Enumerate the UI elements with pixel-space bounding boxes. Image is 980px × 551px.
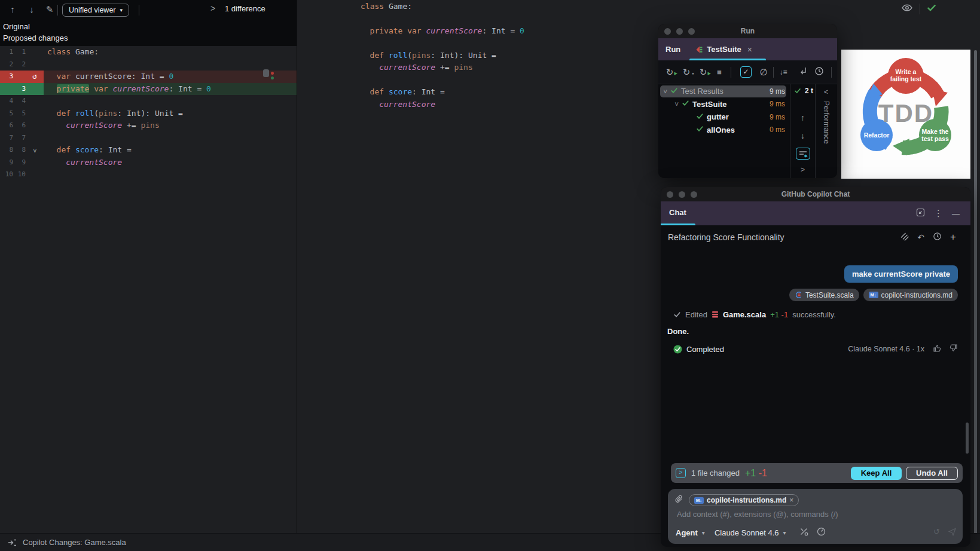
test-tree-row[interactable]: allOnes0 ms xyxy=(658,124,790,137)
tests-passed-summary: 2 t xyxy=(790,87,815,95)
tools-icon[interactable] xyxy=(799,527,808,538)
minimize-window-button[interactable] xyxy=(679,191,685,198)
close-window-button[interactable] xyxy=(667,191,673,198)
mode-dropdown[interactable]: Agent xyxy=(676,528,698,537)
minimize-window-button[interactable] xyxy=(676,28,683,35)
voice-input-icon[interactable]: ↺ xyxy=(933,527,940,538)
difference-count-label: 1 difference xyxy=(225,4,265,13)
context-chip-label: copilot-instructions.md xyxy=(707,496,786,504)
edit-suffix: successfully. xyxy=(792,310,836,319)
restore-checkpoint-icon[interactable]: ↶ xyxy=(917,232,924,242)
revert-change-icon[interactable]: ↺ xyxy=(32,72,37,81)
diff-line: 22 xyxy=(0,59,297,71)
test-tree[interactable]: >Test Results9 ms>TestSuite9 msgutter9 m… xyxy=(658,85,790,136)
remove-chip-icon[interactable]: × xyxy=(789,496,793,504)
status-label: Completed xyxy=(686,345,724,354)
fold-chevron-icon[interactable]: > xyxy=(29,146,41,155)
test-history-clock-icon[interactable] xyxy=(813,66,825,78)
chevron-down-icon[interactable]: > xyxy=(662,87,669,96)
divider xyxy=(139,5,139,16)
navigate-icon[interactable] xyxy=(796,66,808,78)
added-change-marker xyxy=(271,76,274,79)
thumbs-down-icon[interactable] xyxy=(949,344,958,354)
previous-difference-icon[interactable]: ↑ xyxy=(6,4,19,14)
edit-event-row[interactable]: Edited Game.scala +1 -1 successfully. xyxy=(673,310,836,319)
model-dropdown[interactable]: Claude Sonnet 4.6 xyxy=(715,528,779,537)
diff-scrollbar-thumb[interactable] xyxy=(263,69,269,77)
context-chip[interactable]: M↓ copilot-instructions.md × xyxy=(689,494,799,506)
minimize-panel-icon[interactable]: — xyxy=(952,209,960,218)
reader-mode-eye-icon[interactable] xyxy=(900,2,914,16)
editor-scrollbar[interactable] xyxy=(974,50,977,545)
close-tab-icon[interactable]: × xyxy=(747,45,752,54)
undo-all-button[interactable]: Undo All xyxy=(906,467,958,480)
chat-scrollbar-thumb[interactable] xyxy=(966,423,969,454)
send-message-icon[interactable] xyxy=(948,527,957,538)
editor-line: private var currentScore: Int = 0 xyxy=(361,25,524,38)
close-window-button[interactable] xyxy=(664,28,671,35)
rerun-failed-tests-icon[interactable]: ↻▶ xyxy=(697,66,709,78)
expand-chevron-icon[interactable]: > xyxy=(790,166,815,174)
next-test-icon[interactable]: ↓ xyxy=(790,131,815,140)
new-chat-icon[interactable]: + xyxy=(950,231,956,243)
stop-icon[interactable]: ■ xyxy=(713,66,725,78)
collapse-chevron-icon[interactable]: < xyxy=(824,88,828,96)
markdown-icon: M↓ xyxy=(694,497,704,504)
scala-icon xyxy=(795,291,802,299)
diff-line: 88>def score: Int = xyxy=(0,144,297,157)
rerun-icon[interactable]: ↻● xyxy=(680,66,692,78)
status-bar-text[interactable]: Copilot Changes: Game.scala xyxy=(23,538,126,547)
attach-context-paperclip-icon[interactable] xyxy=(674,495,683,506)
tab-chat[interactable]: Chat xyxy=(669,201,686,224)
chevron-down-icon[interactable]: > xyxy=(673,99,680,109)
run-window-titlebar[interactable]: Run xyxy=(658,24,837,38)
test-passed-icon xyxy=(682,99,689,107)
editor-code[interactable]: class Game:private var currentScore: Int… xyxy=(361,1,524,111)
inspections-passed-icon[interactable] xyxy=(926,2,937,16)
tab-testsuite[interactable]: TestSuite × xyxy=(695,45,752,54)
show-ignored-icon[interactable]: ∅ xyxy=(758,66,770,78)
attachment-chip[interactable]: M↓copilot-instructions.md xyxy=(863,289,958,301)
thumbs-up-icon[interactable] xyxy=(933,344,942,354)
show-inline-statistics-icon[interactable] xyxy=(796,148,810,160)
conversation-thread-icon[interactable] xyxy=(900,232,909,243)
diff-line: 44 xyxy=(0,95,297,108)
copilot-diff-panel: ↑ ↓ ✎ Unified viewer ▾ > 1 difference Or… xyxy=(0,0,297,533)
edit-icon[interactable]: ✎ xyxy=(43,4,56,15)
zoom-window-button[interactable] xyxy=(688,28,695,35)
edited-file-name[interactable]: Game.scala xyxy=(723,310,766,319)
usage-gauge-icon[interactable] xyxy=(817,527,826,538)
dock-window-icon[interactable] xyxy=(916,208,925,219)
user-message-bubble: make currentScore private xyxy=(844,265,958,283)
sort-tests-icon[interactable]: ↓≡ xyxy=(777,66,789,78)
diff-code[interactable]: 11class Game:223↺var currentScore: Int =… xyxy=(0,46,297,181)
proposed-changes-label: Proposed changes xyxy=(3,33,68,42)
test-tree-row[interactable]: >Test Results9 ms xyxy=(658,85,790,98)
editor-line: class Game: xyxy=(361,1,524,13)
attachment-chip[interactable]: TestSuite.scala xyxy=(789,289,859,301)
test-tree-row[interactable]: >TestSuite9 ms xyxy=(658,98,790,111)
chat-input[interactable] xyxy=(676,509,939,519)
chevron-right-icon[interactable]: > xyxy=(210,4,215,13)
test-passed-icon xyxy=(696,125,704,133)
message-attachments: TestSuite.scalaM↓copilot-instructions.md xyxy=(789,289,958,301)
test-tree-row[interactable]: gutter9 ms xyxy=(658,111,790,124)
zoom-window-button[interactable] xyxy=(691,191,697,198)
keep-all-button[interactable]: Keep All xyxy=(851,467,902,480)
next-difference-icon[interactable]: ↓ xyxy=(25,4,38,14)
expand-changes-icon[interactable]: > xyxy=(676,468,686,478)
tab-performance[interactable]: Performance xyxy=(822,101,831,144)
model-usage-label: Claude Sonnet 4.6 · 1x xyxy=(848,345,924,353)
ide-screen: class Game:private var currentScore: Int… xyxy=(0,0,980,551)
more-options-icon[interactable]: ⋮ xyxy=(934,208,943,219)
show-passed-toggle-icon[interactable]: ✓ xyxy=(740,66,752,78)
chat-input-card[interactable]: M↓ copilot-instructions.md × Agent ▾ Cla… xyxy=(668,489,963,544)
conversation-title: Refactoring Score Functionality xyxy=(668,232,784,242)
rerun-tests-icon[interactable]: ↻▶ xyxy=(664,66,676,78)
viewer-mode-dropdown[interactable]: Unified viewer ▾ xyxy=(62,4,129,17)
chat-window-titlebar[interactable]: GitHub Copilot Chat xyxy=(661,187,970,201)
previous-test-icon[interactable]: ↑ xyxy=(790,113,815,123)
removed-change-marker xyxy=(271,72,274,75)
chat-history-icon[interactable] xyxy=(933,232,942,243)
test-duration: 0 ms xyxy=(770,125,785,134)
